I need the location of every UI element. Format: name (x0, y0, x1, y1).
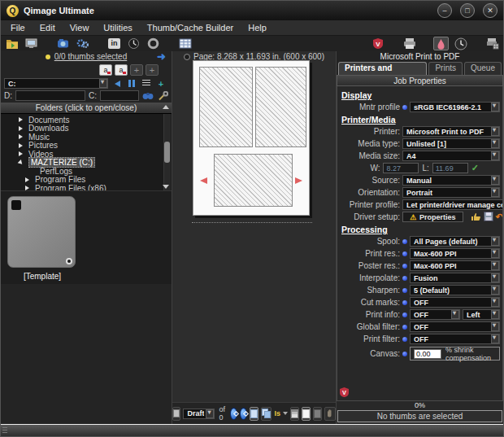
tools-icon[interactable] (157, 90, 168, 101)
properties-button[interactable]: Properties (402, 212, 463, 222)
tab-prints[interactable]: Prints (428, 62, 463, 75)
print-res-select[interactable]: Max-600 PPI (410, 248, 500, 259)
info-dot[interactable] (402, 312, 407, 317)
template-handle[interactable] (66, 258, 72, 264)
tab-printers-and-settings[interactable]: Printers and Settings* (338, 62, 427, 75)
print-info-position-select[interactable]: Left (463, 309, 500, 320)
width-input[interactable] (383, 163, 419, 173)
next-page-button[interactable] (240, 408, 247, 420)
quality-select-arrow-icon[interactable] (206, 409, 214, 418)
tab-queue[interactable]: Queue (464, 62, 502, 75)
info-dot[interactable] (402, 105, 407, 110)
menu-edit[interactable]: Edit (33, 21, 63, 34)
insert-dropdown-arrow-icon[interactable] (283, 412, 288, 415)
page-radio[interactable] (184, 54, 190, 60)
open-folder-icon[interactable] (4, 37, 20, 50)
resize-left-arrow-icon[interactable] (200, 177, 207, 184)
info-dot[interactable] (402, 300, 407, 305)
global-filter-select[interactable]: OFF (410, 321, 500, 332)
disc-icon[interactable] (146, 37, 161, 50)
virus-shield-icon[interactable]: V (370, 37, 385, 50)
expand-icon[interactable] (19, 126, 23, 131)
table-icon[interactable] (177, 37, 193, 50)
info-dot[interactable] (402, 288, 407, 293)
folder-item-documents[interactable]: Documents (1, 116, 172, 125)
interpolate-select[interactable]: Fusion (410, 273, 500, 283)
folder-item-program-files[interactable]: Program Files (1, 176, 172, 185)
scrollbar-thumb[interactable] (164, 142, 170, 163)
add-button-2[interactable]: + (146, 64, 159, 76)
folders-header[interactable]: Folders (click to open/close) (1, 103, 172, 113)
processing-section-header[interactable]: Processing (341, 225, 500, 234)
monitor-icon[interactable] (24, 37, 39, 50)
drive-select-arrow-icon[interactable] (99, 79, 107, 88)
info-dot[interactable] (402, 325, 407, 330)
clock-icon[interactable] (453, 37, 468, 50)
menu-utilities[interactable]: Utilities (96, 21, 139, 34)
pause-icon[interactable] (126, 78, 137, 89)
printer-select[interactable]: Microsoft Print to PDF (402, 126, 500, 137)
undo-icon[interactable] (496, 212, 503, 222)
multi-page-view-button[interactable] (261, 407, 272, 421)
print-placeholder-3-selected[interactable] (214, 154, 293, 207)
expand-icon[interactable] (25, 186, 29, 190)
info-dot[interactable] (402, 239, 407, 244)
cut-marks-select[interactable]: OFF (410, 297, 500, 308)
printer-icon[interactable] (402, 37, 417, 50)
folders-scroll-down-icon[interactable] (163, 185, 169, 189)
select-arrow-icon[interactable] (491, 286, 499, 295)
media-type-select[interactable]: Unlisted [1] (402, 138, 500, 149)
folder-item-pictures[interactable]: Pictures (1, 142, 172, 151)
prev-page-button[interactable] (230, 408, 237, 420)
template-thumbnail[interactable] (7, 196, 76, 268)
drive-select[interactable]: C: (4, 78, 108, 89)
folder-item-program-files-x86[interactable]: Program Files (x86) (1, 184, 172, 190)
folder-item-music[interactable]: Music (1, 133, 172, 142)
info-dot[interactable] (402, 251, 407, 256)
apply-size-check-icon[interactable] (471, 163, 479, 173)
save-settings-icon[interactable] (484, 212, 493, 223)
select-arrow-icon[interactable] (491, 322, 499, 331)
expand-icon[interactable] (25, 177, 29, 182)
quality-select[interactable]: Draft (183, 409, 215, 419)
folder-item-downloads[interactable]: Downloads (1, 125, 172, 133)
select-arrow-icon[interactable] (491, 261, 499, 270)
expand-icon[interactable] (19, 151, 23, 156)
menu-thumb-cache-builder[interactable]: Thumb/Cache Builder (140, 21, 241, 34)
select-arrow-icon[interactable] (491, 176, 499, 185)
printer-profile-select[interactable]: Let printer/driver manage color (402, 199, 503, 210)
d-path-input[interactable] (15, 90, 85, 101)
gears-icon[interactable] (75, 37, 90, 50)
history-icon[interactable] (126, 37, 141, 50)
info-dot[interactable] (402, 276, 407, 281)
add-folder-icon[interactable]: + (155, 78, 167, 89)
expand-icon[interactable] (19, 134, 23, 139)
print-setup-icon[interactable] (484, 37, 500, 50)
folders-scroll-up-icon[interactable] (163, 105, 169, 109)
canvas-input[interactable] (414, 349, 441, 359)
thumb-smaller-button[interactable]: a (99, 64, 112, 76)
print-info-select[interactable]: OFF (410, 309, 460, 320)
select-arrow-icon[interactable] (491, 249, 499, 258)
page-lock-button[interactable] (172, 407, 180, 421)
print-placeholder-1[interactable] (199, 67, 253, 147)
job-log-button[interactable] (290, 407, 299, 421)
pan-tool-button[interactable] (324, 407, 336, 421)
info-dot[interactable] (402, 337, 407, 342)
expand-icon[interactable] (19, 117, 23, 122)
spool-select[interactable]: All Pages (default) (410, 236, 500, 247)
in-badge-icon[interactable]: in (106, 37, 122, 50)
back-arrow-icon[interactable] (111, 78, 123, 89)
maximize-button[interactable]: □ (460, 3, 475, 18)
expand-icon[interactable] (19, 143, 23, 148)
media-size-select[interactable]: A4 (402, 151, 500, 161)
binoculars-icon[interactable] (142, 90, 154, 101)
length-input[interactable] (432, 163, 468, 173)
mntr-profile-select[interactable]: sRGB IEC61966-2.1 (410, 102, 500, 112)
select-arrow-icon[interactable] (491, 139, 499, 148)
sharpen-select[interactable]: 5 (Default) (410, 285, 500, 295)
minimize-button[interactable]: – (437, 3, 452, 18)
thumbs-forward-icon[interactable]: ➜ (157, 51, 166, 62)
print-filter-select[interactable]: OFF (410, 334, 500, 344)
display-section-header[interactable]: Display (341, 90, 500, 100)
